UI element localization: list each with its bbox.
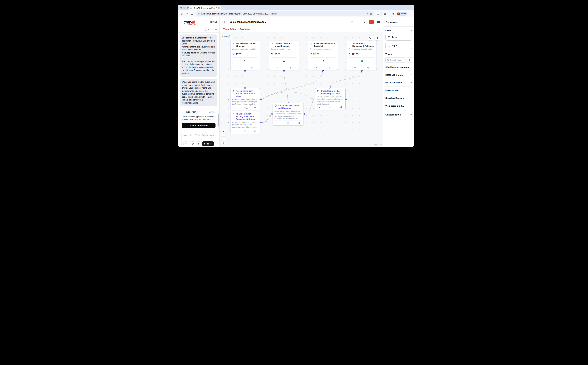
task-node[interactable]: Create Social Media Publishing Schedule … (315, 88, 346, 110)
expand-node-icon[interactable] (276, 122, 278, 124)
filter-tools-button[interactable] (407, 57, 412, 63)
edit-node-icon[interactable] (340, 106, 342, 109)
expand-node-icon[interactable] (276, 67, 278, 69)
category-database-data[interactable]: Database & Data (385, 71, 412, 79)
task-node[interactable]: Create Visual Content and Captions Based… (272, 103, 304, 126)
category-web-scraping[interactable]: Web Scraping &... (385, 102, 412, 110)
extensions-icon[interactable] (377, 12, 379, 15)
edit-node-icon[interactable] (254, 106, 257, 109)
toggle-right-panel-icon[interactable] (377, 21, 380, 23)
zoom-in-button[interactable] (222, 130, 225, 133)
react-flow-attribution[interactable]: React Flow (373, 144, 382, 146)
task-clipboard-icon (388, 36, 390, 38)
beta-badge: BETA (210, 21, 217, 23)
tools-section-header[interactable]: Tools (385, 51, 412, 57)
search-tabs-icon[interactable] (384, 12, 387, 15)
new-chat-icon[interactable] (215, 28, 217, 31)
url-bar[interactable]: app.crewai.com/studio/v2/projects/bb554b… (195, 11, 374, 16)
crew-section-header[interactable]: Crew (385, 28, 412, 34)
expand-node-icon[interactable] (318, 106, 321, 108)
edit-node-icon[interactable] (254, 130, 257, 132)
tab-execution[interactable]: Execution (239, 26, 250, 32)
agent-tool-google-sheets[interactable] (349, 57, 375, 64)
reading-list-icon[interactable] (391, 12, 394, 15)
category-integrations[interactable]: Integrations (385, 86, 412, 94)
category-file-document[interactable]: File & Document (385, 79, 412, 86)
browser-profile-chip[interactable]: Work (396, 12, 408, 16)
agent-node[interactable]: Social Media Content Strategist Generate… (230, 41, 260, 70)
expand-node-icon[interactable] (354, 67, 356, 69)
add-agent-button[interactable]: Agent (385, 42, 412, 49)
zoom-page-icon[interactable] (366, 12, 368, 15)
task-description: Research current trending topics, hashta… (232, 98, 258, 105)
agent-tool-search[interactable] (232, 57, 258, 64)
custom-tools-section-header[interactable]: Custom tools (385, 113, 412, 116)
lightning-icon[interactable] (363, 21, 366, 23)
edit-node-icon[interactable] (298, 122, 300, 124)
browser-menu-icon[interactable] (410, 13, 412, 15)
edit-node-icon[interactable] (367, 66, 370, 69)
sidebar-scrollbar[interactable] (218, 114, 219, 126)
task-output-doc-icon[interactable] (287, 122, 289, 124)
category-search-research[interactable]: Search & Research (385, 94, 412, 102)
expand-node-icon[interactable] (237, 67, 239, 69)
lock-button[interactable] (222, 141, 225, 144)
expand-node-icon[interactable] (234, 106, 236, 108)
agent-node[interactable]: Social Media Scheduler & Publisher Creat… (347, 41, 377, 70)
minimize-window-button[interactable] (183, 7, 185, 8)
zoom-out-button[interactable] (222, 133, 225, 137)
reload-icon[interactable] (191, 12, 193, 15)
close-tab-icon[interactable] (218, 7, 220, 9)
send-button[interactable]: Send (202, 141, 214, 146)
agent-tool-search[interactable] (310, 57, 336, 64)
agent-tool-image[interactable] (271, 57, 297, 64)
site-settings-icon[interactable] (197, 13, 200, 15)
edit-node-icon[interactable] (251, 66, 253, 69)
toggle-left-panel-icon[interactable] (222, 21, 225, 23)
task-output-doc-icon[interactable] (244, 106, 246, 109)
task-title: Create Visual Content and Captions (278, 104, 302, 110)
undo-button[interactable] (368, 35, 373, 40)
tab-visual-editor[interactable]: Visual Editor (223, 26, 236, 32)
dismiss-link[interactable]: Dismiss (209, 111, 215, 113)
agent-model: gpt-4o (352, 53, 358, 55)
chat-input[interactable] (183, 134, 214, 136)
search-tools-input[interactable] (390, 59, 404, 61)
history-clock-icon[interactable] (205, 28, 207, 31)
new-tab-button[interactable] (223, 7, 225, 9)
edit-node-icon[interactable] (328, 66, 331, 69)
task-node[interactable]: Research Industry Trends and Content Ide… (230, 88, 260, 110)
task-output-doc-icon[interactable] (244, 130, 246, 132)
expand-node-icon[interactable] (315, 67, 317, 69)
agent-person-icon (232, 42, 235, 48)
browser-tab[interactable]: CrewAI - Platform for Multi AI (189, 6, 221, 10)
run-automation-button[interactable]: Run Automation (182, 123, 215, 128)
category-ai-machine-learning[interactable]: AI & Machine Learning (385, 63, 412, 71)
collapse-sidebar-icon[interactable] (180, 21, 182, 23)
back-icon[interactable] (180, 12, 183, 15)
project-title: Social Media Management Auto... (229, 21, 266, 23)
run-button[interactable] (369, 20, 374, 24)
task-output-doc-icon[interactable] (329, 106, 331, 109)
task-node[interactable]: Analyze Optimal Posting Times and Engage… (230, 111, 260, 134)
download-icon[interactable] (357, 21, 359, 23)
ai-sparkle-button[interactable] (183, 141, 188, 146)
bookmark-star-icon[interactable] (370, 12, 372, 15)
forward-icon[interactable] (185, 12, 188, 15)
close-window-button[interactable] (180, 7, 182, 8)
chevron-down-icon[interactable] (208, 29, 210, 30)
eraser-button[interactable] (375, 35, 380, 40)
add-task-button[interactable]: Task (385, 34, 412, 41)
attach-file-button[interactable] (191, 141, 195, 146)
agent-node[interactable]: Content Creator & Visual Designer Create… (269, 41, 299, 70)
edit-node-icon[interactable] (289, 66, 292, 69)
avatar (397, 12, 400, 15)
expand-node-icon[interactable] (234, 130, 236, 132)
agent-node[interactable]: Social Media Analytics Specialist Analyz… (308, 41, 338, 70)
fit-view-button[interactable] (222, 137, 225, 140)
microphone-button[interactable] (196, 141, 201, 146)
maximize-window-button[interactable] (187, 7, 189, 8)
search-tools-field[interactable] (385, 57, 406, 63)
settings-wrench-icon[interactable] (351, 21, 353, 23)
flow-canvas[interactable]: Version 1 (220, 32, 383, 147)
